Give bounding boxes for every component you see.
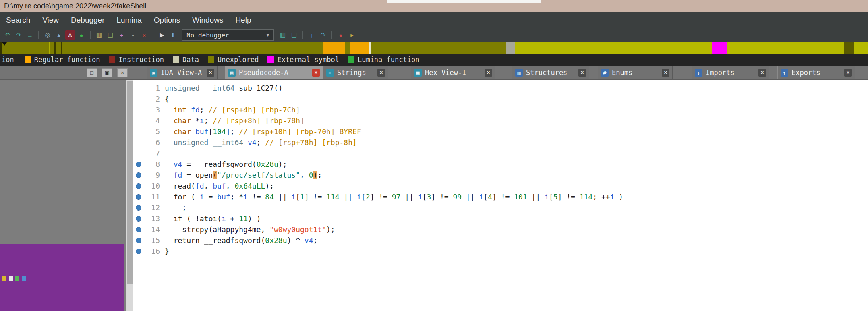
- tab-ida-view-a[interactable]: ▣IDA View-A×: [147, 66, 218, 79]
- line-dot-icon[interactable]: [136, 238, 141, 243]
- line-dot-icon[interactable]: [136, 205, 141, 211]
- code-text: int fd; // [rsp+4h] [rbp-7Ch]: [165, 106, 300, 114]
- debugger-selector[interactable]: No debugger▼: [182, 29, 274, 41]
- line-dot-icon[interactable]: [136, 194, 141, 200]
- title-bar[interactable]: D:\my re code\hgame 2022\week2\fakeShell: [0, 0, 868, 12]
- search-icon[interactable]: ◎: [43, 30, 52, 40]
- code-line[interactable]: 5 char buf[104]; // [rsp+10h] [rbp-70h] …: [133, 126, 868, 137]
- navband-segment: [62, 42, 323, 54]
- code-line[interactable]: 14 strcpy(aHappyhg4me, "w0wy0ugot1t");: [133, 224, 868, 235]
- code-text: }: [165, 247, 169, 255]
- tab-strings[interactable]: ≡Strings×: [323, 66, 388, 79]
- step-over-icon[interactable]: ↷: [318, 30, 328, 40]
- menu-item-options[interactable]: Options: [148, 16, 186, 25]
- code-line[interactable]: 11 for ( i = buf; *i != 84 || i[1] != 11…: [133, 191, 868, 202]
- jump-icon[interactable]: →: [25, 30, 35, 40]
- docked-purple-panel[interactable]: [0, 244, 124, 311]
- code-line[interactable]: 3 int fd; // [rsp+4h] [rbp-7Ch]: [133, 104, 868, 115]
- menu-item-debugger[interactable]: Debugger: [65, 16, 110, 25]
- tab-close-icon[interactable]: ×: [578, 69, 586, 77]
- legend-color-swatch: [109, 56, 115, 63]
- vertical-scrollbar[interactable]: [126, 80, 133, 311]
- debugger-windows-icon[interactable]: ▥: [278, 30, 288, 40]
- tab-exports[interactable]: ↑Exports×: [777, 66, 855, 79]
- lumina-icon[interactable]: ●: [77, 30, 86, 40]
- navband-segment: [712, 42, 727, 54]
- maximize-button[interactable]: ▣: [102, 68, 112, 77]
- code-line[interactable]: 13 if ( !atoi(i + 11) ): [133, 213, 868, 224]
- legend-color-swatch: [25, 56, 31, 63]
- code-line[interactable]: 8 v4 = __readfsqword(0x28u);: [133, 159, 868, 170]
- run-plugin-icon[interactable]: +: [117, 30, 126, 40]
- produce-file-icon[interactable]: ▤: [106, 30, 115, 40]
- code-line[interactable]: 4 char *i; // [rsp+8h] [rbp-78h]: [133, 115, 868, 126]
- menu-item-view[interactable]: View: [36, 16, 65, 25]
- legend-item: External symbol: [259, 56, 339, 64]
- code-line[interactable]: 12 ;: [133, 202, 868, 213]
- tab-close-icon[interactable]: ×: [312, 69, 320, 77]
- tab-pseudocode-a[interactable]: ▤Pseudocode-A×: [225, 66, 323, 79]
- line-number: 11: [144, 193, 160, 201]
- ida-logo-icon[interactable]: A: [65, 30, 75, 40]
- pause-process-icon[interactable]: ‖: [168, 30, 178, 40]
- line-dot-icon[interactable]: [136, 162, 141, 167]
- menu-item-lumina[interactable]: Lumina: [111, 16, 148, 25]
- tab-close-icon[interactable]: ×: [377, 69, 385, 77]
- menu-item-windows[interactable]: Windows: [186, 16, 229, 25]
- chip-icon[interactable]: ▪: [128, 30, 138, 40]
- line-dot-icon[interactable]: [136, 227, 141, 232]
- redo-icon[interactable]: ↷: [14, 30, 23, 40]
- tab-enums[interactable]: #Enums×: [598, 66, 673, 79]
- menu-item-help[interactable]: Help: [229, 16, 257, 25]
- step-into-icon[interactable]: ↓: [307, 30, 317, 40]
- dropdown-arrow-icon[interactable]: ▼: [262, 30, 273, 40]
- line-number: 7: [144, 149, 160, 158]
- code-text: {: [165, 95, 169, 103]
- tab-close-icon[interactable]: ×: [844, 69, 852, 77]
- trace-icon[interactable]: ▸: [347, 30, 357, 40]
- mini-mark-icon: [15, 276, 19, 281]
- tab-imports[interactable]: ↓Imports×: [692, 66, 769, 79]
- code-line[interactable]: 10 read(fd, buf, 0x64uLL);: [133, 180, 868, 191]
- start-process-icon[interactable]: ▶: [157, 30, 167, 40]
- breakpoint-icon[interactable]: ●: [336, 30, 346, 40]
- navigator-position-marker[interactable]: [2, 42, 7, 46]
- tab-close-icon[interactable]: ×: [662, 69, 669, 77]
- float-button[interactable]: □: [87, 68, 97, 77]
- line-number: 15: [144, 236, 160, 245]
- abort-icon[interactable]: ×: [139, 30, 149, 40]
- code-line[interactable]: 7: [133, 148, 868, 159]
- select-tool-icon[interactable]: ▲: [54, 30, 64, 40]
- code-line[interactable]: 9 fd = open("/proc/self/status", 0);: [133, 170, 868, 180]
- debugger-selector-label: No debugger: [182, 31, 262, 39]
- tab-structures[interactable]: ▥Structures×: [512, 66, 589, 79]
- tab-close-icon[interactable]: ×: [485, 69, 492, 77]
- tab-hex-view-1[interactable]: ▦Hex View-1×: [411, 66, 495, 79]
- code-text: unsigned __int64 v4; // [rsp+78h] [rbp-8…: [165, 138, 357, 147]
- line-number: 5: [144, 127, 160, 136]
- line-dot-icon[interactable]: [136, 216, 141, 222]
- legend-item: Data: [164, 56, 199, 64]
- code-line[interactable]: 6 unsigned __int64 v4; // [rsp+78h] [rbp…: [133, 137, 868, 148]
- graph-overview-panel[interactable]: [0, 80, 126, 311]
- scrollbar-thumb[interactable]: [127, 81, 133, 284]
- code-line[interactable]: 15 return __readfsqword(0x28u) ^ v4;: [133, 235, 868, 246]
- line-dot-icon[interactable]: [136, 172, 141, 178]
- close-panel-button[interactable]: ×: [117, 68, 128, 77]
- code-line[interactable]: 1unsigned __int64 sub_1C27(): [133, 83, 868, 93]
- tab-close-icon[interactable]: ×: [758, 69, 766, 77]
- undo-icon[interactable]: ↶: [2, 30, 12, 40]
- database-icon[interactable]: ▦: [94, 30, 104, 40]
- menu-item-search[interactable]: Search: [0, 16, 36, 25]
- tab-close-icon[interactable]: ×: [207, 69, 214, 77]
- code-line[interactable]: 16}: [133, 246, 868, 257]
- line-dot-icon[interactable]: [136, 183, 141, 189]
- module-list-icon[interactable]: ▤: [289, 30, 299, 40]
- navband-segment: [506, 42, 515, 54]
- line-dot-icon[interactable]: [136, 249, 141, 254]
- navigator-band[interactable]: [0, 42, 868, 54]
- code-text: unsigned __int64 sub_1C27(): [165, 84, 283, 92]
- code-line[interactable]: 2{: [133, 93, 868, 104]
- line-number: 8: [144, 160, 160, 168]
- pseudocode-view[interactable]: 1unsigned __int64 sub_1C27()2{3 int fd; …: [133, 80, 868, 311]
